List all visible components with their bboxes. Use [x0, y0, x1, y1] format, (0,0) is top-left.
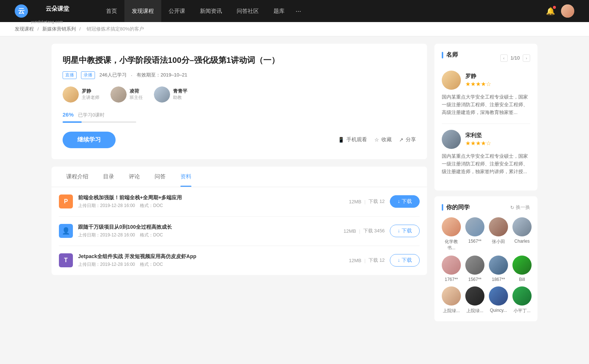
continue-button[interactable]: 继续学习	[63, 132, 116, 148]
tabs-card: 课程介绍 目录 评论 问答 资料 P 前端全栈加强版！前端全栈+全周期+多端应用…	[52, 167, 427, 275]
teacher-role-2: 助教	[173, 94, 187, 101]
nav-item-qa[interactable]: 问答社区	[229, 0, 266, 22]
badge-record: 录播	[81, 71, 95, 79]
mobile-watch-button[interactable]: 📱 手机观看	[338, 136, 367, 143]
teacher-name-2: 青青平	[173, 88, 187, 94]
classmate-avatar-3	[512, 217, 532, 236]
nav: 首页 发现课程 公开课 新闻资讯 问答社区 题库 ···	[99, 0, 546, 22]
teacher-1: 凌荷 班主任	[110, 86, 143, 103]
nav-item-home[interactable]: 首页	[99, 0, 124, 22]
classmates-header: 你的同学 ↻ 换一换	[442, 204, 530, 211]
breadcrumb-link-series[interactable]: 新媒体营销系列	[42, 26, 76, 32]
resource-info-0: 前端全栈加强版！前端全栈+全周期+多端应用 上传日期：2019-12-28 16…	[78, 195, 344, 209]
resource-item-0: P 前端全栈加强版！前端全栈+全周期+多端应用 上传日期：2019-12-28 …	[59, 187, 420, 217]
logo-icon: 云	[15, 4, 28, 18]
logo[interactable]: 云 云朵课堂 yundoketang.com	[15, 0, 84, 24]
main-layout: 明星中教授课，小学阶段语法100分–强化级第1讲动词（一） 直播 录播 246人…	[37, 36, 552, 335]
user-avatar[interactable]	[561, 4, 574, 18]
nav-item-news[interactable]: 新闻资讯	[193, 0, 229, 22]
refresh-classmates-btn[interactable]: ↻ 换一换	[510, 204, 530, 211]
classmate-avatar-10	[489, 286, 508, 306]
nav-item-open[interactable]: 公开课	[161, 0, 193, 22]
classmate-name-7: Bill	[519, 277, 525, 282]
classmate-name-1: 1567**	[468, 239, 482, 244]
share-label: 分享	[406, 136, 416, 143]
resource-downloads-2: 下载 12	[368, 257, 385, 264]
classmate-avatar-8	[442, 286, 461, 306]
classmate-7: Bill	[512, 256, 532, 282]
classmate-0: 化学教书...	[442, 217, 461, 251]
teacher-avatar-2	[154, 86, 170, 103]
breadcrumb-current: 销冠修炼术搞定80%的客户	[87, 26, 144, 32]
download-button-1[interactable]: ↓ 下载	[390, 225, 420, 237]
classmate-2: 张小田	[489, 217, 508, 251]
resource-sep-0: |	[364, 199, 366, 204]
resource-sep-2: |	[364, 258, 366, 263]
teacher-name-1: 凌荷	[130, 88, 143, 94]
course-meta: 直播 录播 246人已学习 · 有效期至：2019–10–21	[63, 71, 416, 79]
mobile-label: 手机观看	[346, 136, 367, 143]
resource-meta-1: 上传日期：2019-12-28 16:00 格式：DOC	[78, 232, 338, 238]
teachers-list: 罗静 主讲老师 凌荷 班主任	[63, 86, 416, 103]
classmate-9: 上院绿...	[465, 286, 484, 314]
tab-resources[interactable]: 资料	[173, 167, 199, 187]
resource-size-0: 12MB	[349, 199, 361, 204]
sidebar-teacher-stars-1: ★★★★☆	[465, 140, 491, 147]
resource-sep-1: |	[359, 228, 360, 234]
resource-item-1: 👤 跟随千万级项目从0到100全过程高效成长 上传日期：2019-12-28 1…	[59, 217, 420, 246]
resource-stats-2: 12MB | 下载 12	[349, 257, 385, 264]
classmate-4: 1767**	[442, 256, 461, 282]
actions-row: 继续学习 📱 手机观看 ☆ 收藏 ↗ 分享	[63, 132, 416, 148]
nav-item-quiz[interactable]: 题库	[266, 0, 292, 22]
resource-meta-0: 上传日期：2019-12-28 16:00 格式：DOC	[78, 203, 344, 209]
sidebar-teacher-desc-0: 国内某重点大学安全工程专业硕士，国家一级注册消防工程师、注册安全工程师、高级注册…	[442, 93, 530, 116]
sidebar-teacher-avatar-1	[442, 130, 461, 149]
sidebar: 名师 ‹ 1/10 › 罗静 ★★★★☆	[434, 44, 537, 327]
classmate-8: 上院绿...	[442, 286, 461, 314]
teacher-pagination: ‹ 1/10 ›	[500, 54, 530, 62]
teacher-name-0: 罗静	[82, 88, 99, 94]
action-buttons: 📱 手机观看 ☆ 收藏 ↗ 分享	[338, 136, 416, 143]
resource-format-2: 格式：DOC	[140, 262, 163, 267]
sidebar-teacher-header-0: 罗静 ★★★★☆	[442, 71, 530, 90]
classmate-5: 1567**	[465, 256, 484, 282]
classmate-name-2: 张小田	[492, 239, 505, 245]
prev-teacher-btn[interactable]: ‹	[500, 54, 508, 62]
bell-icon[interactable]: 🔔	[546, 7, 555, 15]
classmate-6: 1867**	[489, 256, 508, 282]
classmate-name-3: Charles	[514, 239, 529, 244]
download-button-0[interactable]: ↓ 下载	[390, 195, 420, 208]
tab-catalog[interactable]: 目录	[96, 167, 121, 187]
classmate-avatar-11	[512, 286, 532, 306]
nav-item-discover[interactable]: 发现课程	[124, 0, 161, 22]
sidebar-teacher-avatar-0	[442, 71, 461, 90]
share-icon: ↗	[399, 137, 403, 143]
tab-comment[interactable]: 评论	[121, 167, 147, 187]
download-button-2[interactable]: ↓ 下载	[390, 254, 420, 267]
nav-more[interactable]: ···	[292, 0, 305, 22]
teacher-avatar-1	[110, 86, 127, 103]
breadcrumb-sep-2: /	[79, 26, 82, 32]
classmate-name-9: 上院绿...	[466, 308, 483, 314]
breadcrumb-link-discover[interactable]: 发现课程	[15, 26, 34, 32]
tab-qa[interactable]: 问答	[147, 167, 173, 187]
classmate-name-0: 化学教书...	[442, 239, 461, 251]
teacher-info-0: 罗静 主讲老师	[82, 88, 99, 101]
classmates-grid: 化学教书... 1567** 张小田 Charles 1767**	[442, 217, 530, 314]
collect-label: 收藏	[381, 136, 392, 143]
resource-stats-0: 12MB | 下载 12	[349, 198, 385, 205]
students-count: 246人已学习	[99, 72, 127, 78]
tabs: 课程介绍 目录 评论 问答 资料	[52, 167, 427, 187]
collect-button[interactable]: ☆ 收藏	[374, 136, 392, 143]
header-right: 🔔	[546, 4, 574, 18]
classmate-name-6: 1867**	[492, 277, 505, 282]
classmate-1: 1567**	[465, 217, 484, 251]
resource-format-1: 格式：DOC	[140, 232, 163, 238]
resource-format-0: 格式：DOC	[140, 203, 163, 208]
share-button[interactable]: ↗ 分享	[399, 136, 416, 143]
tab-intro[interactable]: 课程介绍	[59, 167, 96, 187]
progress-bar-fill	[63, 121, 82, 123]
next-teacher-btn[interactable]: ›	[523, 54, 530, 62]
classmate-avatar-4	[442, 256, 461, 275]
resource-icon-0: P	[59, 195, 73, 208]
